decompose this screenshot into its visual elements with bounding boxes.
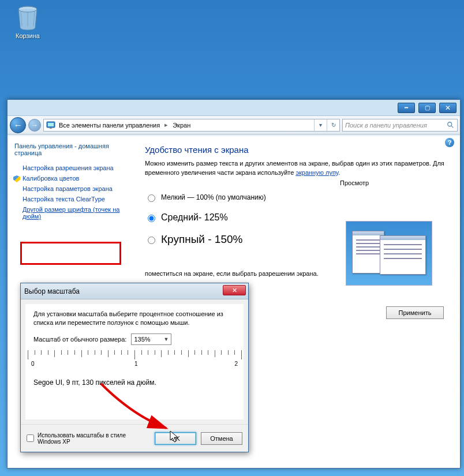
dialog-close-button[interactable]: ✕: [223, 285, 246, 295]
sidebar-link-resolution[interactable]: Настройка разрешения экрана: [23, 164, 121, 171]
breadcrumb-dropdown[interactable]: ▾: [314, 119, 327, 131]
close-button[interactable]: ✕: [439, 103, 456, 113]
search-input[interactable]: Поиск в панели управления: [342, 119, 458, 132]
svg-line-6: [451, 125, 454, 128]
dialog-title-text: Выбор масштаба: [24, 287, 80, 295]
refresh-button[interactable]: ↻: [327, 119, 339, 131]
breadcrumb-root[interactable]: Все элементы панели управления: [59, 122, 160, 129]
preview-thumbnail: [346, 221, 432, 286]
radio-small-label: Мелкий — 100% (по умолчанию): [161, 193, 266, 201]
radio-medium[interactable]: [148, 215, 155, 222]
sidebar-link-custom-dpi[interactable]: Другой размер шрифта (точек на дюйм): [23, 206, 121, 220]
ruler-slider[interactable]: 0 1 2: [28, 350, 241, 375]
scale-select[interactable]: 135% ▼: [131, 333, 171, 345]
page-title: Удобство чтения с экрана: [145, 145, 445, 155]
description-text: Можно изменить размер текста и других эл…: [145, 159, 445, 178]
dpi-dialog: Выбор масштаба ✕ Для установки масштаба …: [20, 283, 249, 452]
chevron-right-icon: ▸: [163, 121, 169, 129]
navigation-bar: ← → Все элементы панели управления ▸ Экр…: [8, 116, 460, 134]
display-icon: [46, 121, 55, 130]
radio-large[interactable]: [148, 237, 155, 244]
dialog-footer: Использовать масштабы в стиле Windows XP…: [21, 424, 248, 452]
ok-button[interactable]: OK: [155, 432, 196, 445]
cancel-button[interactable]: Отмена: [201, 432, 242, 445]
sidebar-link-home[interactable]: Панель управления - домашняя страница: [14, 143, 121, 156]
window-titlebar: ━ ▢ ✕: [8, 100, 460, 116]
preview-caption: Просмотр: [340, 179, 444, 186]
recycle-bin-label: Корзина: [10, 32, 45, 39]
sidebar-link-calibration[interactable]: Калибровка цветов: [23, 175, 121, 182]
back-button[interactable]: ←: [10, 117, 26, 133]
maximize-button[interactable]: ▢: [418, 103, 436, 113]
xp-style-checkbox[interactable]: Использовать масштабы в стиле Windows XP: [27, 432, 150, 445]
minimize-button[interactable]: ━: [398, 103, 415, 113]
recycle-bin-icon: [14, 3, 42, 31]
breadcrumb-leaf[interactable]: Экран: [173, 122, 190, 129]
search-placeholder: Поиск в панели управления: [345, 122, 427, 129]
dialog-body: Для установки масштаба выберите процентн…: [25, 304, 244, 419]
scale-value: 135%: [134, 336, 150, 343]
address-bar[interactable]: Все элементы панели управления ▸ Экран ▾…: [43, 119, 340, 132]
svg-rect-3: [48, 123, 54, 126]
svg-rect-4: [50, 128, 52, 129]
radio-small[interactable]: [148, 194, 155, 202]
sidebar-link-cleartype[interactable]: Настройка текста ClearType: [23, 196, 121, 203]
annotation-highlight: [20, 242, 121, 265]
scale-label: Масштаб от обычного размера:: [33, 336, 126, 343]
desktop-icon-recycle-bin[interactable]: Корзина: [10, 3, 45, 39]
forward-button[interactable]: →: [28, 119, 41, 132]
sidebar-link-display-settings[interactable]: Настройка параметров экрана: [23, 185, 121, 192]
apply-button[interactable]: Применить: [386, 306, 444, 319]
xp-style-checkbox-input[interactable]: [27, 434, 34, 442]
search-icon: [447, 121, 455, 129]
svg-point-5: [448, 122, 452, 126]
dialog-instruction: Для установки масштаба выберите процентн…: [33, 310, 235, 328]
dialog-titlebar[interactable]: Выбор масштаба ✕: [21, 283, 248, 299]
magnifier-link[interactable]: экранную лупу: [295, 169, 338, 176]
font-sample-text: Segoe UI, 9 пт, 130 пикселей на дюйм.: [33, 378, 235, 387]
radio-large-label: Крупный - 150%: [161, 233, 242, 246]
chevron-down-icon: ▼: [164, 336, 169, 342]
radio-medium-label: Средний- 125%: [161, 212, 228, 223]
